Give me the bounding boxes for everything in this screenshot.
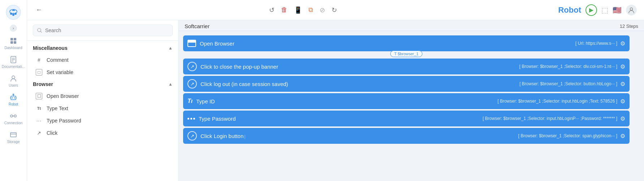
sidebar-item-robot[interactable]: Robot [0,90,27,109]
gear-icon[interactable]: ⚙ [620,81,625,87]
open-browser-icon: ☐ [36,93,42,99]
svg-point-26 [14,115,16,117]
gear-icon[interactable]: ⚙ [620,115,625,122]
save-button[interactable]: ⬚ [601,6,608,14]
variable-badge: T $browser_1 [390,51,422,57]
run-button[interactable]: ▶ [585,4,597,16]
type-password-icon: ··· [36,117,42,124]
sidebar-item-connection-label: Connection [4,121,23,125]
click-login-icon: ↗ [187,131,197,141]
sidebar-item-connection[interactable]: Connection [0,109,27,128]
sidebar-item-storage-label: Storage [7,140,20,144]
list-item-comment[interactable]: # Comment [27,54,178,66]
click-step-icon: ↗ [187,62,197,71]
table-row: Type Password [ Browser: $browser_1 ;Sel… [183,111,630,126]
page-title: Robot [558,5,581,15]
search-input[interactable] [45,27,169,33]
steps-count: 12 Steps [620,23,638,29]
steps-list: Open Browser [ Url: https://www.s··· ] ⚙… [179,31,644,181]
step-click-login[interactable]: ↗ Click Login button| [ Browser: $browse… [183,128,630,144]
flow-title: Softcarrier [185,23,209,29]
tablet-button[interactable]: 📱 [293,5,303,16]
section-browser-header[interactable]: Browser ▲ [27,78,178,90]
sidebar-item-documentation-label: Documentati... [2,65,25,69]
step-title: Click log out (in case session saved) [200,81,519,87]
gear-icon[interactable]: ⚙ [620,133,625,139]
table-row: Open Browser [ Url: https://www.s··· ] ⚙… [183,35,630,51]
step-params: [ Url: https://www.s··· ] [575,41,617,46]
svg-point-0 [6,5,21,20]
chevron-up-icon: ▲ [168,46,173,51]
sidebar-item-documentation[interactable]: Documentati... [0,53,27,72]
list-item-set-variable[interactable]: □ Set variable [27,66,178,78]
gear-icon[interactable]: ⚙ [620,40,625,47]
step-open-browser[interactable]: Open Browser [ Url: https://www.s··· ] ⚙ [183,35,630,51]
sidebar-item-robot-label: Robot [9,102,18,106]
gear-icon[interactable]: ⚙ [620,63,625,70]
toolbar: ↺ 🗑 📱 ⧉ ⊘ ↻ [268,5,338,16]
step-click-logout[interactable]: ↗ Click log out (in case session saved) … [183,76,630,92]
step-type-id[interactable]: Tı Type ID [ Browser: $browser_1 ;Select… [183,93,630,109]
flow-area: Softcarrier 12 Steps Open Browser [ Url:… [179,20,644,181]
delete-button[interactable]: 🗑 [280,5,289,15]
svg-point-19 [12,98,13,99]
svg-rect-12 [14,41,16,44]
type-text-icon: Tt [36,105,42,112]
search-wrapper [27,20,178,41]
svg-point-20 [14,98,15,99]
section-miscellaneous-header[interactable]: Miscellaneous ▲ [27,42,178,54]
app-logo: ☁ [5,4,21,22]
svg-rect-18 [11,96,16,100]
copy-button[interactable]: ⧉ [307,5,315,15]
user-avatar[interactable] [626,5,637,16]
step-params: [ Browser: $browser_1 ;Selector: button.… [519,81,617,86]
back-button[interactable]: ← [34,5,44,15]
step-click-popup[interactable]: ↗ Click to close the pop-up banner [ Bro… [183,59,630,74]
gear-icon[interactable]: ⚙ [620,98,625,105]
components-list: Miscellaneous ▲ # Comment □ Set variable [27,41,178,181]
list-item-open-browser[interactable]: ☐ Open Browser [27,90,178,102]
table-row: ↗ Click log out (in case session saved) … [183,76,630,92]
cursor-blink: | [244,134,245,139]
sidebar-item-dashboard[interactable]: Dashboard [0,34,27,53]
step-title: Open Browser [200,40,575,47]
svg-rect-28 [10,133,16,137]
disable-button[interactable]: ⊘ [318,5,327,16]
collapse-button[interactable]: › [10,25,17,32]
sidebar-item-users-label: Users [9,83,18,87]
redo-button[interactable]: ↻ [330,5,338,16]
step-params: [ Browser: $browser_1 ;Selector: div.col… [519,64,617,69]
svg-point-25 [10,115,13,117]
step-params: [ Browser: $browser_1 ;Selector: input.h… [497,99,617,104]
list-item-click[interactable]: ↗ Click [27,127,178,139]
table-row: ↗ Click Login button| [ Browser: $browse… [183,128,630,144]
topbar: ← ↺ 🗑 📱 ⧉ ⊘ ↻ Robot ▶ ⬚ 🇺🇸 [27,0,644,20]
svg-rect-11 [10,41,13,44]
step-type-password[interactable]: Type Password [ Browser: $browser_1 ;Sel… [183,111,630,126]
section-miscellaneous: Miscellaneous ▲ # Comment □ Set variable [27,42,178,78]
comment-icon: # [36,57,42,63]
list-item-type-password[interactable]: ··· Type Password [27,115,178,127]
svg-rect-10 [14,38,16,40]
chevron-up-icon-browser: ▲ [168,82,173,87]
open-browser-step-icon [187,40,196,47]
svg-point-17 [12,76,15,79]
search-icon [37,27,42,33]
list-item-type-text[interactable]: Tt Type Text [27,102,178,115]
table-row: ↗ Click to close the pop-up banner [ Bro… [183,59,630,74]
step-title: Type Password [199,116,483,122]
sidebar-nav: ☁ › Dashboard Documentati... Users [0,0,27,181]
sidebar-item-users[interactable]: Users [0,72,27,90]
undo-button[interactable]: ↺ [268,5,276,16]
svg-point-30 [630,8,633,10]
section-miscellaneous-items: # Comment □ Set variable [27,54,178,78]
sidebar-item-storage[interactable]: Storage [0,128,27,147]
click-icon: ↗ [36,130,42,136]
step-title: Type ID [196,98,497,104]
sidebar-item-dashboard-label: Dashboard [5,46,22,50]
svg-rect-9 [10,38,13,40]
variable-icon: □ [36,69,42,76]
password-icon [187,118,195,120]
step-title: Click to close the pop-up banner [200,64,519,70]
section-browser-items: ☐ Open Browser Tt Type Text ··· Type Pas… [27,90,178,139]
